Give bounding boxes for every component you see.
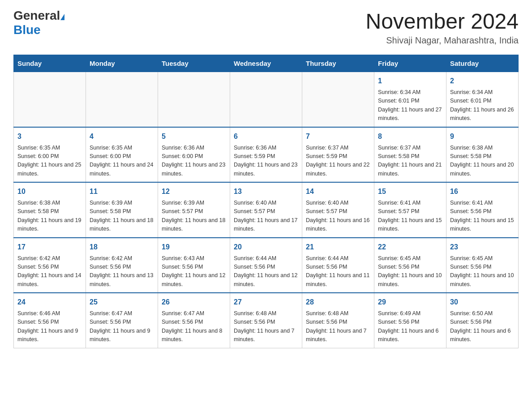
day-number: 3 — [17, 131, 82, 142]
day-number: 21 — [306, 242, 370, 253]
col-wednesday: Wednesday — [230, 55, 302, 72]
day-number: 24 — [17, 297, 82, 308]
day-info: Sunrise: 6:42 AMSunset: 5:56 PMDaylight:… — [90, 254, 154, 289]
day-number: 19 — [162, 242, 226, 253]
calendar-day: 1Sunrise: 6:34 AMSunset: 6:01 PMDaylight… — [374, 72, 446, 127]
day-info: Sunrise: 6:41 AMSunset: 5:56 PMDaylight:… — [450, 199, 515, 234]
day-number: 18 — [90, 242, 154, 253]
day-info: Sunrise: 6:40 AMSunset: 5:57 PMDaylight:… — [306, 199, 370, 234]
day-number: 2 — [450, 76, 515, 86]
day-info: Sunrise: 6:44 AMSunset: 5:56 PMDaylight:… — [306, 254, 370, 289]
calendar-week-4: 17Sunrise: 6:42 AMSunset: 5:56 PMDayligh… — [14, 238, 519, 293]
calendar-day — [14, 72, 86, 127]
day-number: 26 — [162, 297, 226, 308]
calendar-day: 20Sunrise: 6:44 AMSunset: 5:56 PMDayligh… — [230, 238, 302, 293]
day-info: Sunrise: 6:38 AMSunset: 5:58 PMDaylight:… — [17, 199, 82, 234]
day-number: 12 — [162, 186, 226, 197]
day-info: Sunrise: 6:45 AMSunset: 5:56 PMDaylight:… — [378, 254, 442, 289]
logo-triangle-icon — [60, 14, 64, 20]
calendar-week-2: 3Sunrise: 6:35 AMSunset: 6:00 PMDaylight… — [14, 127, 519, 183]
col-thursday: Thursday — [302, 55, 374, 72]
day-number: 27 — [234, 297, 298, 308]
calendar-week-3: 10Sunrise: 6:38 AMSunset: 5:58 PMDayligh… — [14, 182, 519, 238]
calendar-day: 25Sunrise: 6:47 AMSunset: 5:56 PMDayligh… — [86, 293, 158, 348]
day-number: 4 — [90, 131, 154, 142]
day-number: 30 — [450, 297, 515, 308]
day-info: Sunrise: 6:39 AMSunset: 5:58 PMDaylight:… — [90, 199, 154, 234]
day-info: Sunrise: 6:47 AMSunset: 5:56 PMDaylight:… — [162, 309, 226, 344]
day-number: 22 — [378, 242, 442, 253]
calendar-day: 4Sunrise: 6:35 AMSunset: 6:00 PMDaylight… — [86, 127, 158, 183]
day-info: Sunrise: 6:40 AMSunset: 5:57 PMDaylight:… — [234, 199, 298, 234]
day-number: 16 — [450, 186, 515, 197]
day-info: Sunrise: 6:44 AMSunset: 5:56 PMDaylight:… — [234, 254, 298, 289]
calendar-day: 10Sunrise: 6:38 AMSunset: 5:58 PMDayligh… — [14, 182, 86, 238]
day-info: Sunrise: 6:37 AMSunset: 5:58 PMDaylight:… — [378, 144, 442, 179]
day-info: Sunrise: 6:49 AMSunset: 5:56 PMDaylight:… — [378, 309, 442, 344]
calendar-day: 5Sunrise: 6:36 AMSunset: 6:00 PMDaylight… — [158, 127, 230, 183]
day-number: 25 — [90, 297, 154, 308]
calendar-day: 18Sunrise: 6:42 AMSunset: 5:56 PMDayligh… — [86, 238, 158, 293]
calendar-day: 6Sunrise: 6:36 AMSunset: 5:59 PMDaylight… — [230, 127, 302, 183]
logo-general: General — [13, 9, 60, 22]
day-info: Sunrise: 6:45 AMSunset: 5:56 PMDaylight:… — [450, 254, 515, 289]
logo-blue-text: Blue — [13, 23, 41, 37]
calendar-day: 16Sunrise: 6:41 AMSunset: 5:56 PMDayligh… — [446, 182, 519, 238]
day-number: 29 — [378, 297, 442, 308]
calendar-day: 21Sunrise: 6:44 AMSunset: 5:56 PMDayligh… — [302, 238, 374, 293]
day-number: 6 — [234, 131, 298, 142]
calendar-day: 12Sunrise: 6:39 AMSunset: 5:57 PMDayligh… — [158, 182, 230, 238]
calendar-day: 2Sunrise: 6:34 AMSunset: 6:01 PMDaylight… — [446, 72, 519, 127]
calendar-day: 8Sunrise: 6:37 AMSunset: 5:58 PMDaylight… — [374, 127, 446, 183]
calendar-day: 30Sunrise: 6:50 AMSunset: 5:56 PMDayligh… — [446, 293, 519, 348]
col-sunday: Sunday — [14, 55, 86, 72]
day-info: Sunrise: 6:34 AMSunset: 6:01 PMDaylight:… — [450, 88, 515, 123]
day-number: 8 — [378, 131, 442, 142]
day-number: 14 — [306, 186, 370, 197]
calendar-day: 28Sunrise: 6:48 AMSunset: 5:56 PMDayligh… — [302, 293, 374, 348]
day-info: Sunrise: 6:43 AMSunset: 5:56 PMDaylight:… — [162, 254, 226, 289]
header-row: Sunday Monday Tuesday Wednesday Thursday… — [14, 55, 519, 72]
calendar-day: 7Sunrise: 6:37 AMSunset: 5:59 PMDaylight… — [302, 127, 374, 183]
day-info: Sunrise: 6:48 AMSunset: 5:56 PMDaylight:… — [306, 309, 370, 344]
day-number: 9 — [450, 131, 515, 142]
day-info: Sunrise: 6:37 AMSunset: 5:59 PMDaylight:… — [306, 144, 370, 179]
calendar-day: 23Sunrise: 6:45 AMSunset: 5:56 PMDayligh… — [446, 238, 519, 293]
day-number: 23 — [450, 242, 515, 253]
calendar-day — [86, 72, 158, 127]
day-info: Sunrise: 6:34 AMSunset: 6:01 PMDaylight:… — [378, 88, 442, 123]
day-number: 20 — [234, 242, 298, 253]
calendar-header: Sunday Monday Tuesday Wednesday Thursday… — [14, 55, 519, 72]
calendar-week-1: 1Sunrise: 6:34 AMSunset: 6:01 PMDaylight… — [14, 72, 519, 127]
day-number: 17 — [17, 242, 82, 253]
day-number: 1 — [378, 76, 442, 86]
calendar-day: 14Sunrise: 6:40 AMSunset: 5:57 PMDayligh… — [302, 182, 374, 238]
calendar-week-5: 24Sunrise: 6:46 AMSunset: 5:56 PMDayligh… — [14, 293, 519, 348]
calendar-table: Sunday Monday Tuesday Wednesday Thursday… — [13, 55, 519, 348]
day-number: 7 — [306, 131, 370, 142]
day-info: Sunrise: 6:47 AMSunset: 5:56 PMDaylight:… — [90, 309, 154, 344]
location: Shivaji Nagar, Maharashtra, India — [365, 35, 519, 46]
day-info: Sunrise: 6:46 AMSunset: 5:56 PMDaylight:… — [17, 309, 82, 344]
calendar-day: 9Sunrise: 6:38 AMSunset: 5:58 PMDaylight… — [446, 127, 519, 183]
day-info: Sunrise: 6:48 AMSunset: 5:56 PMDaylight:… — [234, 309, 298, 344]
calendar-day — [230, 72, 302, 127]
col-friday: Friday — [374, 55, 446, 72]
day-info: Sunrise: 6:35 AMSunset: 6:00 PMDaylight:… — [17, 144, 82, 179]
page-header: General Blue November 2024 Shivaji Nagar… — [13, 9, 519, 46]
day-info: Sunrise: 6:42 AMSunset: 5:56 PMDaylight:… — [17, 254, 82, 289]
day-number: 11 — [90, 186, 154, 197]
calendar-day: 22Sunrise: 6:45 AMSunset: 5:56 PMDayligh… — [374, 238, 446, 293]
day-info: Sunrise: 6:36 AMSunset: 6:00 PMDaylight:… — [162, 144, 226, 179]
calendar-day: 29Sunrise: 6:49 AMSunset: 5:56 PMDayligh… — [374, 293, 446, 348]
calendar-body: 1Sunrise: 6:34 AMSunset: 6:01 PMDaylight… — [14, 72, 519, 348]
calendar-day: 19Sunrise: 6:43 AMSunset: 5:56 PMDayligh… — [158, 238, 230, 293]
title-area: November 2024 Shivaji Nagar, Maharashtra… — [365, 9, 519, 46]
col-saturday: Saturday — [446, 55, 519, 72]
calendar-day: 3Sunrise: 6:35 AMSunset: 6:00 PMDaylight… — [14, 127, 86, 183]
day-number: 13 — [234, 186, 298, 197]
calendar-day — [302, 72, 374, 127]
calendar-day — [158, 72, 230, 127]
day-info: Sunrise: 6:38 AMSunset: 5:58 PMDaylight:… — [450, 144, 515, 179]
day-number: 28 — [306, 297, 370, 308]
